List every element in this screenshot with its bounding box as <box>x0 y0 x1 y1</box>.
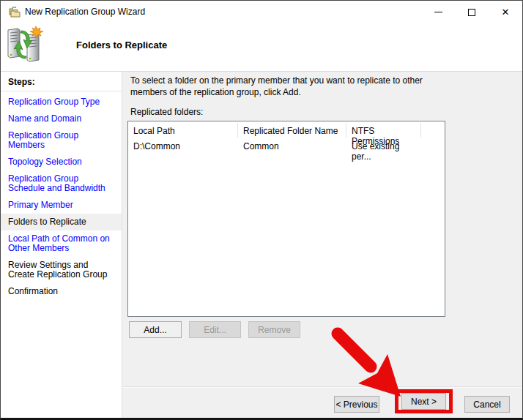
minimize-icon <box>434 12 442 12</box>
close-button[interactable]: ✕ <box>489 1 522 23</box>
cell-permissions: Use existing per... <box>346 138 421 154</box>
main-content: To select a folder on the primary member… <box>123 72 522 418</box>
titlebar: New Replication Group Wizard ✕ <box>1 1 522 23</box>
step-name-and-domain[interactable]: Name and Domain <box>1 110 122 127</box>
steps-divider <box>1 91 122 91</box>
step-local-path-other-members[interactable]: Local Path of Common on Other Members <box>1 230 122 257</box>
cancel-button[interactable]: Cancel <box>464 396 510 413</box>
step-folders-to-replicate: Folders to Replicate <box>1 214 122 230</box>
next-button-highlight-box: Next > <box>395 389 453 413</box>
step-replication-group-members[interactable]: Replication Group Members <box>1 127 122 154</box>
column-header-spacer <box>421 123 445 138</box>
next-button[interactable]: Next > <box>401 393 446 410</box>
steps-sidebar: Steps: Replication Group Type Name and D… <box>1 72 122 418</box>
previous-button[interactable]: < Previous <box>334 396 379 413</box>
maximize-button[interactable] <box>455 1 489 23</box>
step-confirmation: Confirmation <box>1 283 122 300</box>
close-icon: ✕ <box>502 7 510 17</box>
replicated-folders-table: Local Path Replicated Folder Name NTFS P… <box>127 121 445 317</box>
steps-heading: Steps: <box>1 72 122 87</box>
step-review-settings: Review Settings and Create Replication G… <box>1 257 122 283</box>
wizard-window: New Replication Group Wizard ✕ <box>0 0 523 420</box>
step-primary-member[interactable]: Primary Member <box>1 197 122 214</box>
table-header-row: Local Path Replicated Folder Name NTFS P… <box>128 121 445 138</box>
step-topology-selection[interactable]: Topology Selection <box>1 154 122 170</box>
step-replication-group-type[interactable]: Replication Group Type <box>1 94 122 110</box>
column-header-local-path[interactable]: Local Path <box>128 123 238 138</box>
cell-local-path: D:\Common <box>128 138 238 154</box>
column-header-ntfs-permissions[interactable]: NTFS Permissions <box>346 123 421 138</box>
maximize-icon <box>468 9 475 16</box>
step-schedule-and-bandwidth[interactable]: Replication Group Schedule and Bandwidth <box>1 170 122 197</box>
column-header-replicated-folder-name[interactable]: Replicated Folder Name <box>238 123 346 138</box>
steps-list: Replication Group Type Name and Domain R… <box>1 94 122 300</box>
window-controls: ✕ <box>421 1 522 23</box>
wizard-header: Folders to Replicate <box>1 23 522 72</box>
replicated-folders-label: Replicated folders: <box>130 107 203 117</box>
replication-servers-icon <box>7 26 43 63</box>
remove-button[interactable]: Remove <box>248 321 300 338</box>
footer-divider <box>123 386 522 388</box>
wizard-app-icon <box>8 6 21 18</box>
window-title: New Replication Group Wizard <box>25 7 145 17</box>
add-button[interactable]: Add... <box>129 321 182 338</box>
instruction-text: To select a folder on the primary member… <box>130 75 461 98</box>
page-title: Folders to Replicate <box>76 40 167 50</box>
edit-button[interactable]: Edit... <box>189 321 241 338</box>
table-row[interactable]: D:\Common Common Use existing per... <box>128 138 445 154</box>
cell-folder-name: Common <box>238 138 346 154</box>
minimize-button[interactable] <box>421 1 455 23</box>
